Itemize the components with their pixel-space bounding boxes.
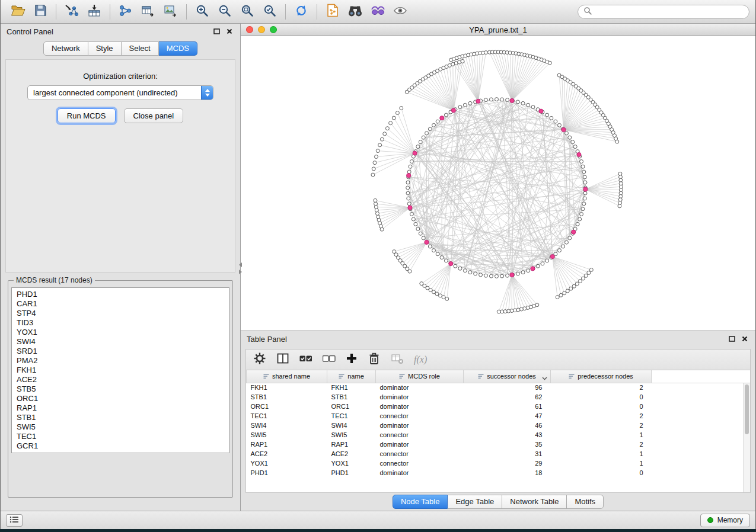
export-image-button[interactable] (160, 2, 182, 21)
show-columns-button[interactable] (276, 352, 289, 367)
tab-motifs[interactable]: Motifs (567, 495, 604, 509)
column-header-predecessor-nodes[interactable]: predecessor nodes (551, 370, 652, 383)
tab-mcds[interactable]: MCDS (159, 41, 197, 56)
search-input[interactable] (595, 8, 744, 16)
tab-network-table[interactable]: Network Table (502, 495, 567, 509)
import-network-button[interactable] (60, 2, 83, 21)
tab-select[interactable]: Select (122, 41, 159, 56)
zoom-fit-icon (240, 4, 254, 20)
delete-column-button[interactable] (368, 352, 381, 367)
zoom-selected-icon (263, 4, 277, 20)
mcds-result-item[interactable]: FKH1 (12, 366, 229, 375)
import-table-button[interactable] (83, 2, 106, 21)
mcds-result-item[interactable]: STB1 (12, 413, 229, 422)
table-row[interactable]: RAP1RAP1dominator352 (247, 440, 751, 449)
close-panel-button[interactable] (225, 27, 234, 36)
table-row[interactable]: SWI5SWI5connector431 (247, 430, 751, 440)
export-network-icon (119, 4, 133, 20)
unselect-all-columns-button[interactable] (323, 352, 336, 367)
table-row[interactable]: PHD1PHD1dominator180 (247, 468, 751, 477)
mcds-result-item[interactable]: RAP1 (12, 403, 229, 413)
column-header-name[interactable]: name (327, 370, 376, 383)
cell-name: ORC1 (327, 402, 376, 411)
zoom-out-button[interactable] (213, 2, 236, 21)
show-graphics-details-button[interactable] (366, 2, 389, 21)
export-web-page-button[interactable] (321, 2, 344, 21)
mcds-result-item[interactable]: SWI4 (12, 337, 229, 347)
toolbar-separator (186, 4, 187, 20)
zoom-in-button[interactable] (191, 2, 213, 21)
mcds-result-list: PHD1CAR1STP4TID3YOX1SWI4SRD1PMA2FKH1ACE2… (11, 287, 229, 453)
node-table-body: FKH1FKH1dominator962STB1STB1dominator620… (247, 383, 751, 477)
export-table-button[interactable] (137, 2, 160, 21)
mcds-result-item[interactable]: TEC1 (12, 432, 229, 441)
float-window-button[interactable] (727, 334, 736, 344)
network-canvas-svg[interactable] (241, 36, 755, 331)
refresh-layout-button[interactable] (290, 2, 312, 21)
add-column-button[interactable] (346, 352, 358, 367)
import-table-icon (87, 4, 101, 20)
cell-MCDS-role: dominator (376, 383, 464, 392)
float-window-button[interactable] (212, 27, 221, 36)
close-panel-button-secondary[interactable]: Close panel (124, 108, 184, 123)
column-header-label: name (347, 373, 364, 380)
open-file-button[interactable] (7, 2, 29, 21)
mcds-result-item[interactable]: TID3 (12, 318, 229, 328)
table-row[interactable]: FKH1FKH1dominator962 (247, 383, 751, 392)
select-all-columns-button[interactable] (299, 352, 312, 367)
table-settings-button[interactable] (253, 352, 266, 367)
save-button[interactable] (29, 2, 52, 21)
chevron-down-icon[interactable] (542, 374, 547, 382)
export-network-button[interactable] (114, 2, 137, 21)
mcds-result-item[interactable]: ACE2 (12, 375, 229, 384)
search-field[interactable] (578, 5, 749, 19)
table-row[interactable]: TEC1TEC1connector472 (247, 411, 751, 421)
table-row[interactable]: YOX1YOX1connector291 (247, 459, 751, 468)
mcds-result-item[interactable]: SRD1 (12, 347, 229, 356)
tab-node-table[interactable]: Node Table (393, 495, 448, 509)
column-header-shared-name[interactable]: shared name (247, 370, 327, 383)
close-panel-button[interactable] (740, 334, 749, 344)
table-row[interactable]: ORC1ORC1dominator610 (247, 402, 751, 411)
cell-MCDS-role: dominator (376, 468, 464, 477)
memory-label: Memory (717, 516, 743, 524)
cell-predecessor-nodes: 2 (551, 440, 652, 449)
cell-shared-name: YOX1 (247, 459, 327, 468)
table-scrollbar[interactable] (743, 383, 750, 492)
table-row[interactable]: STB1STB1dominator620 (247, 392, 751, 402)
run-mcds-button[interactable]: Run MCDS (58, 108, 116, 123)
zoom-fit-button[interactable] (236, 2, 259, 21)
task-history-button[interactable] (6, 514, 23, 527)
mcds-result-item[interactable]: YOX1 (12, 328, 229, 337)
scrollbar-thumb[interactable] (745, 384, 749, 434)
cell-successor-nodes: 47 (464, 411, 551, 421)
memory-button[interactable]: Memory (700, 514, 750, 527)
table-row[interactable]: ACE2ACE2connector311 (247, 449, 751, 459)
network-canvas[interactable] (241, 36, 755, 331)
cell-successor-nodes: 46 (464, 421, 551, 430)
mcds-result-item[interactable]: STP4 (12, 309, 229, 318)
mcds-result-item[interactable]: ORC1 (12, 394, 229, 403)
mcds-result-item[interactable]: PMA2 (12, 356, 229, 366)
zoom-selected-button[interactable] (259, 2, 281, 21)
network-window-titlebar: YPA_prune.txt_1 (241, 24, 755, 36)
column-header-successor-nodes[interactable]: successor nodes (464, 370, 551, 383)
tab-edge-table[interactable]: Edge Table (448, 495, 502, 509)
birds-eye-view-button[interactable] (389, 2, 412, 21)
table-row[interactable]: SWI4SWI4dominator462 (247, 421, 751, 430)
export-table-icon (141, 4, 155, 20)
mcds-result-item[interactable]: SWI5 (12, 422, 229, 432)
tab-style[interactable]: Style (88, 41, 122, 56)
mcds-result-item[interactable]: STB5 (12, 384, 229, 394)
find-button[interactable] (344, 2, 366, 21)
mcds-result-item[interactable]: CAR1 (12, 299, 229, 309)
mcds-result-item[interactable]: GCR1 (12, 441, 229, 451)
window-close-button[interactable] (246, 26, 253, 33)
panel-splitter-handle[interactable] (238, 261, 243, 276)
window-minimize-button[interactable] (258, 26, 265, 33)
window-zoom-button[interactable] (270, 26, 277, 33)
mcds-result-item[interactable]: PHD1 (12, 290, 229, 299)
tab-network[interactable]: Network (43, 41, 88, 56)
optimization-criterion-select[interactable]: largest connected component (undirected) (27, 85, 213, 100)
column-header-MCDS-role[interactable]: MCDS role (376, 370, 464, 383)
